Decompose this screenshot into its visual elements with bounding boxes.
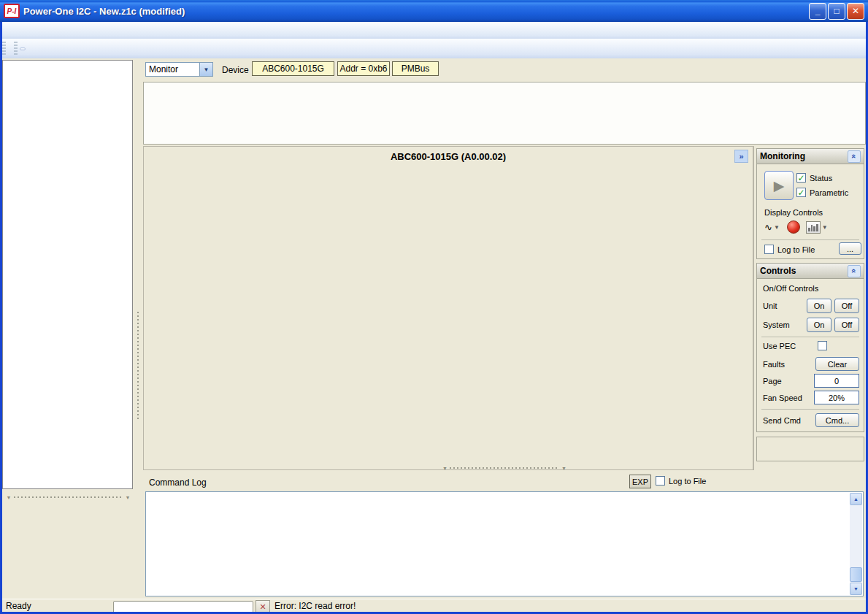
chevron-down-icon[interactable]: ▼ <box>199 63 212 76</box>
maximize-button[interactable]: □ <box>828 3 845 20</box>
status-checkbox-row: ✓ Status <box>796 173 832 183</box>
status-strip <box>143 82 866 145</box>
export-button[interactable]: EXP <box>629 475 651 488</box>
use-pec-checkbox[interactable] <box>818 341 827 350</box>
fan-speed-row: Fan Speed 20% <box>763 391 859 404</box>
status-error-text: Error: I2C read error! <box>274 601 356 611</box>
status-ready-text: Ready <box>0 601 31 611</box>
voltage-chart <box>144 166 754 259</box>
log-to-file-label: Log to File <box>777 245 815 254</box>
system-off-button[interactable]: Off <box>834 318 859 332</box>
controls-panel-header: Controls « <box>757 264 864 279</box>
unit-off-button[interactable]: Off <box>834 299 859 313</box>
unit-label: Unit <box>763 302 777 310</box>
onoff-controls-label: On/Off Controls <box>763 284 859 293</box>
app-logo-icon: P-I <box>4 4 20 18</box>
command-log: Command Log EXP Log to File ▲ ▼ <box>143 473 866 597</box>
use-pec-label: Use PEC <box>763 342 796 350</box>
chevron-down-icon[interactable]: ▼ <box>822 224 828 231</box>
collapse-chevron-icon[interactable]: « <box>848 265 861 277</box>
fan-speed-field[interactable]: 20% <box>814 391 859 404</box>
status-checkbox-label: Status <box>810 174 832 183</box>
parametric-checkbox-row: ✓ Parametric <box>796 188 848 197</box>
system-label: System <box>763 321 790 329</box>
status-bar: Ready ✕ Error: I2C read error! <box>0 599 868 613</box>
waveform-mode-icon[interactable]: ∿ <box>764 222 772 233</box>
device-address-field: Addr = 0xb6 <box>337 61 390 76</box>
scroll-thumb[interactable] <box>850 567 862 582</box>
close-button[interactable]: ✕ <box>847 3 864 20</box>
send-cmd-row: Send Cmd Cmd... <box>763 413 859 427</box>
unit-control-row: Unit On Off <box>763 299 859 313</box>
command-log-title: Command Log <box>149 477 207 488</box>
minimize-button[interactable]: _ <box>809 3 826 20</box>
app-window: P-I Power-One I2C - New.z1c (modified) _… <box>0 0 868 614</box>
device-protocol-field: PMBus <box>392 61 439 76</box>
parametric-checkbox[interactable]: ✓ <box>796 188 806 197</box>
device-label: Device <box>222 65 249 75</box>
controls-panel-title: Controls <box>760 266 796 276</box>
toolbar-grip[interactable] <box>2 42 6 56</box>
monitoring-panel-title: Monitoring <box>760 151 805 161</box>
mode-select[interactable]: Monitor ▼ <box>145 62 213 77</box>
scroll-down-icon[interactable]: ▼ <box>850 583 862 595</box>
collapse-chevron-icon[interactable]: « <box>848 150 861 163</box>
expand-panel-button[interactable]: » <box>734 150 748 163</box>
record-icon[interactable] <box>787 220 800 234</box>
display-controls-label: Display Controls <box>764 208 823 217</box>
menu-bar <box>0 22 868 39</box>
fan-speed-label: Fan Speed <box>763 394 802 402</box>
chart-area: ABC600-1015G (A0.00.02) » <box>143 146 753 470</box>
command-log-header: Command Log EXP Log to File <box>143 473 866 491</box>
unit-on-button[interactable]: On <box>807 299 831 313</box>
toolbar-grip[interactable] <box>14 42 18 56</box>
play-icon: ▶ <box>774 177 785 194</box>
send-cmd-button[interactable]: Cmd... <box>815 413 859 427</box>
log-to-file-row: Log to File <box>764 245 815 254</box>
divider <box>761 409 859 410</box>
browse-button[interactable]: ... <box>839 242 861 255</box>
title-bar: P-I Power-One I2C - New.z1c (modified) _… <box>0 0 868 22</box>
log-to-file-label: Log to File <box>669 477 706 486</box>
parametric-checkbox-label: Parametric <box>810 188 848 197</box>
scroll-up-icon[interactable]: ▲ <box>850 493 862 505</box>
nav-splitter-handle[interactable]: ▼▼ <box>2 495 134 499</box>
page-field[interactable]: 0 <box>814 374 859 388</box>
chart-toolbar <box>20 47 26 50</box>
page-row: Page 0 <box>763 374 859 388</box>
page-label: Page <box>763 377 782 385</box>
clear-faults-button[interactable]: Clear <box>815 357 859 371</box>
nav-button-panel: ▼▼ <box>2 495 134 499</box>
window-title: Power-One I2C - New.z1c (modified) <box>23 6 807 17</box>
faults-label: Faults <box>763 360 785 369</box>
controls-panel: Controls « On/Off Controls Unit On Off S… <box>756 263 864 432</box>
current-chart <box>144 259 754 351</box>
log-to-file-row: Log to File <box>656 476 706 486</box>
log-splitter-handle[interactable]: ▼▼ <box>143 466 866 470</box>
use-pec-row: Use PEC <box>763 341 859 350</box>
empty-panel <box>756 437 864 461</box>
right-panel: Monitoring « ▶ ✓ Status ✓ Parametric Dis… <box>753 146 866 470</box>
chevron-down-icon[interactable]: ▼ <box>774 224 780 231</box>
temperature-chart <box>144 353 754 464</box>
mode-select-value: Monitor <box>146 64 199 74</box>
divider <box>761 239 859 240</box>
toolbar <box>0 39 868 58</box>
monitoring-panel-header: Monitoring « <box>757 149 864 164</box>
device-name-field: ABC600-1015G <box>252 61 334 76</box>
faults-row: Faults Clear <box>763 357 859 371</box>
vertical-splitter[interactable] <box>134 60 143 597</box>
system-on-button[interactable]: On <box>807 318 831 332</box>
divider <box>761 337 859 337</box>
window-border-left <box>0 22 2 614</box>
start-monitoring-button[interactable]: ▶ <box>764 171 794 200</box>
device-tree <box>2 60 133 489</box>
log-to-file-checkbox[interactable] <box>764 245 774 254</box>
display-controls-row: ∿▼ ▼ <box>764 220 829 234</box>
histogram-mode-icon[interactable] <box>806 221 821 234</box>
system-control-row: System On Off <box>763 318 859 332</box>
log-to-file-checkbox[interactable] <box>656 476 665 486</box>
log-scrollbar[interactable]: ▲ ▼ <box>850 493 862 595</box>
log-output[interactable]: ▲ ▼ <box>145 491 864 596</box>
status-checkbox[interactable]: ✓ <box>796 173 806 183</box>
